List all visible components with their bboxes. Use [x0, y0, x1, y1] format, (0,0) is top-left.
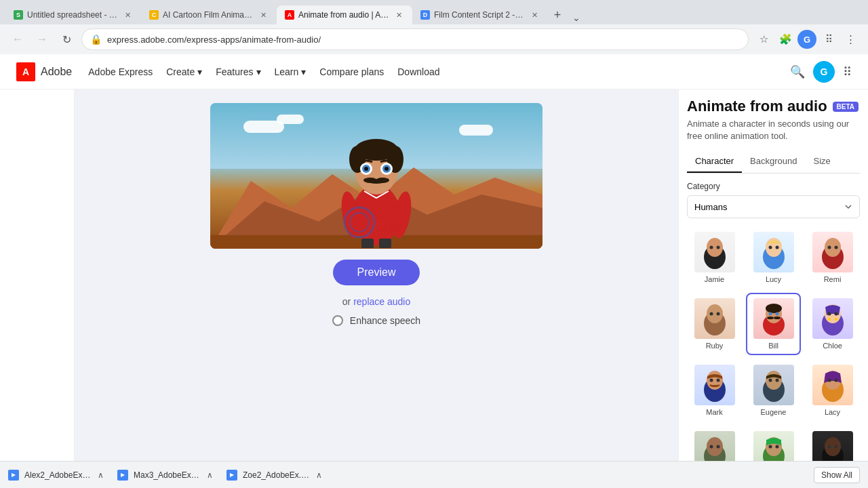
tab-close-3[interactable]: ✕: [393, 9, 404, 20]
tab-favicon-1: S: [14, 10, 23, 20]
svg-point-40: [716, 312, 719, 316]
char-card-remi[interactable]: Remi: [805, 226, 860, 289]
browser-tab-1[interactable]: S Untitled spreadsheet - Google ... ✕: [5, 5, 141, 24]
svg-point-27: [709, 246, 713, 249]
cloud-3: [459, 125, 493, 136]
back-button[interactable]: ←: [8, 30, 27, 49]
svg-point-45: [775, 312, 778, 316]
svg-point-73: [775, 445, 778, 449]
file-name-3: Zoe2_AdobeEx....mp4: [243, 470, 311, 480]
char-avatar-lacy: [812, 365, 853, 405]
nav-link-express[interactable]: Adobe Express: [88, 66, 153, 77]
apps-button[interactable]: ⠿: [819, 30, 838, 49]
svg-text:RRCG: RRCG: [375, 211, 403, 222]
user-avatar[interactable]: G: [813, 61, 835, 83]
adobe-logo-text: Adobe: [41, 66, 72, 78]
apps-grid-icon[interactable]: ⠿: [843, 64, 852, 79]
svg-point-76: [827, 445, 831, 449]
left-sidebar: [0, 89, 75, 461]
browser-tab-4[interactable]: D Film Content Script 2 - Google ... ✕: [412, 5, 548, 24]
svg-point-14: [384, 167, 389, 171]
svg-point-57: [716, 379, 719, 382]
bookmark-button[interactable]: ☆: [754, 30, 773, 49]
browser-tab-2[interactable]: C AI Cartoon Film Animation - C... ✕: [141, 5, 277, 24]
show-all-button[interactable]: Show All: [814, 467, 860, 483]
adobe-logo[interactable]: A Adobe: [16, 62, 72, 81]
center-content: RRCG 人人素材 Preview or replace audio Enhan…: [75, 89, 678, 461]
browser-tab-3[interactable]: A Animate from audio | Adobe E... ✕: [277, 5, 412, 24]
char-card-ruby[interactable]: Ruby: [687, 293, 742, 355]
svg-point-32: [775, 246, 778, 249]
char-card-row4a[interactable]: [687, 426, 742, 461]
svg-point-51: [834, 312, 837, 316]
char-name-lacy: Lacy: [825, 408, 840, 416]
char-name-chloe: Chloe: [823, 342, 842, 350]
char-card-row4b[interactable]: [746, 426, 801, 461]
nav-link-compare[interactable]: Compare plans: [319, 66, 384, 77]
char-card-lacy[interactable]: Lacy: [805, 359, 860, 422]
svg-point-46: [767, 317, 774, 319]
char-card-jamie[interactable]: Jamie: [687, 226, 742, 289]
tab-close-4[interactable]: ✕: [529, 9, 540, 20]
tab-favicon-3: A: [285, 10, 294, 20]
nav-link-learn[interactable]: Learn ▾: [275, 66, 307, 77]
tab-background[interactable]: Background: [742, 150, 805, 173]
tab-size[interactable]: Size: [805, 150, 838, 173]
preview-button[interactable]: Preview: [333, 260, 420, 285]
tab-overflow-button[interactable]: ⌄: [570, 11, 583, 24]
char-card-chloe[interactable]: Chloe: [805, 293, 860, 355]
tab-close-2[interactable]: ✕: [258, 9, 269, 20]
svg-point-65: [834, 379, 837, 382]
svg-point-21: [344, 207, 374, 237]
enhance-speech-radio[interactable]: [332, 315, 343, 326]
replace-audio-line: or replace audio: [342, 296, 410, 307]
profile-button[interactable]: G: [797, 30, 816, 49]
svg-point-35: [827, 246, 831, 249]
tab-favicon-2: C: [149, 10, 159, 20]
char-card-mark[interactable]: Mark: [687, 359, 742, 422]
svg-point-60: [768, 379, 772, 382]
characters-grid: Jamie Lucy: [687, 226, 860, 461]
svg-point-67: [707, 437, 723, 456]
extensions-button[interactable]: 🧩: [776, 30, 795, 49]
svg-point-50: [827, 312, 831, 316]
nav-link-create[interactable]: Create ▾: [166, 66, 202, 77]
tab-character[interactable]: Character: [687, 150, 742, 173]
char-avatar-row4a: [694, 431, 735, 461]
refresh-button[interactable]: ↻: [57, 30, 76, 49]
char-card-eugene[interactable]: Eugene: [746, 359, 801, 422]
animation-preview: RRCG 人人素材: [210, 103, 542, 249]
forward-button[interactable]: →: [33, 30, 52, 49]
char-avatar-bill: [753, 298, 794, 339]
tab-close-1[interactable]: ✕: [122, 9, 133, 20]
svg-point-72: [768, 445, 772, 449]
download-chevron-2[interactable]: ∧: [207, 470, 213, 480]
char-card-row4c[interactable]: [805, 426, 860, 461]
download-chevron-3[interactable]: ∧: [316, 470, 322, 480]
tab-favicon-4: D: [420, 10, 430, 20]
adobe-nav: A Adobe Adobe Express Create ▾ Features …: [0, 54, 868, 89]
nav-link-features[interactable]: Features ▾: [216, 66, 260, 77]
replace-audio-link[interactable]: replace audio: [353, 296, 410, 307]
menu-button[interactable]: ⋮: [841, 30, 860, 49]
char-name-lucy: Lucy: [766, 275, 781, 283]
category-select[interactable]: Humans Animals Fantasy: [687, 195, 860, 218]
svg-point-64: [827, 379, 831, 382]
downloads-bar: ▶ Alex2_AdobeEx....mp4 ∧ ▶ Max3_AdobeEx.…: [0, 461, 868, 488]
new-tab-button[interactable]: +: [548, 5, 567, 24]
char-avatar-chloe: [812, 298, 853, 339]
char-avatar-remi: [812, 232, 853, 272]
search-icon[interactable]: 🔍: [790, 64, 805, 79]
svg-point-59: [766, 371, 782, 390]
char-avatar-ruby: [694, 298, 735, 339]
nav-link-download[interactable]: Download: [397, 66, 439, 77]
svg-point-28: [716, 246, 719, 249]
cloud-2: [277, 115, 304, 124]
char-card-lucy[interactable]: Lucy: [746, 226, 801, 289]
browser-tabs: S Untitled spreadsheet - Google ... ✕ C …: [5, 5, 583, 24]
download-chevron-1[interactable]: ∧: [98, 470, 104, 480]
char-card-bill[interactable]: Bill: [746, 293, 801, 355]
toolbar-actions: ☆ 🧩 G ⠿ ⋮: [754, 30, 860, 49]
address-bar[interactable]: 🔒 express.adobe.com/express-apps/animate…: [81, 28, 749, 50]
svg-point-52: [828, 318, 831, 321]
